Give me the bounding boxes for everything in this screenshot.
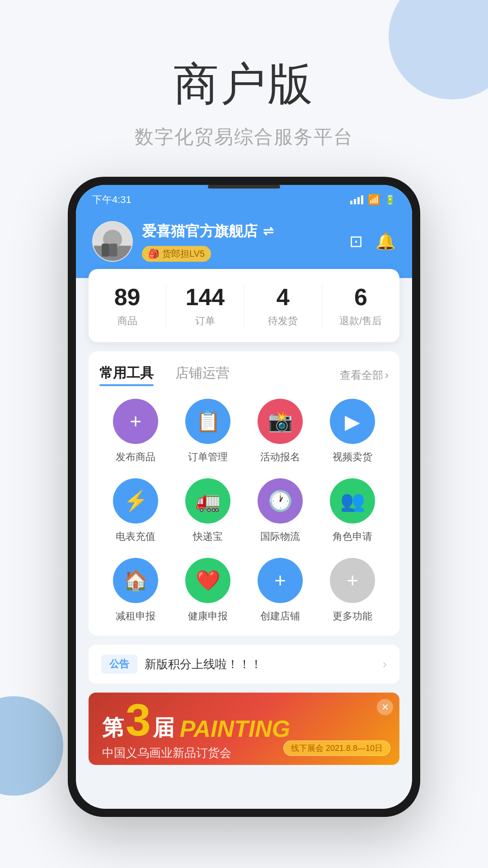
store-name: 爱喜猫官方旗舰店 ⇌ <box>142 222 273 241</box>
store-text: 爱喜猫官方旗舰店 ⇌ 🎒 货郎担LV5 <box>142 222 273 262</box>
badge-icon: 🎒 <box>148 248 160 259</box>
banner-prefix: 第 <box>102 713 124 742</box>
announcement-arrow: › <box>383 657 387 671</box>
banner-close-button[interactable]: ✕ <box>377 699 393 715</box>
promo-banner[interactable]: 第 3 届 PAINTING 中国义乌画业新品订货会 ✕ 线下展会 2021.8… <box>89 693 399 765</box>
tool-label-0: 发布商品 <box>116 450 155 464</box>
bg-circle-bottom-left <box>0 696 63 796</box>
app-header: 爱喜猫官方旗舰店 ⇌ 🎒 货郎担LV5 ⊡ 🔔 <box>76 212 412 278</box>
phone-screen: 下午4:31 📶 🔋 <box>76 185 412 809</box>
tool-label-10: 创建店铺 <box>260 609 300 623</box>
stat-number-0: 89 <box>89 283 166 311</box>
tool-icon-0: + <box>113 399 158 444</box>
tool-icon-10: + <box>258 558 303 603</box>
page-subtitle: 数字化贸易综合服务平台 <box>0 124 488 150</box>
tool-label-6: 国际物流 <box>260 530 300 543</box>
scan-button[interactable]: ⊡ <box>349 232 363 251</box>
banner-painting: PAINTING <box>180 715 291 742</box>
announcement-bar[interactable]: 公告 新版积分上线啦！！！ › <box>89 645 399 684</box>
stat-number-3: 6 <box>322 283 399 311</box>
view-all-button[interactable]: 查看全部 › <box>340 368 389 382</box>
phone-notch <box>208 185 280 189</box>
tool-icon-9: ❤️ <box>185 558 230 603</box>
tool-icon-3: ▶ <box>330 399 375 444</box>
phone-frame: 下午4:31 📶 🔋 <box>68 177 420 817</box>
tool-item-0[interactable]: +发布商品 <box>99 399 172 464</box>
store-info: 爱喜猫官方旗舰店 ⇌ 🎒 货郎担LV5 <box>92 221 273 262</box>
tool-label-8: 减租申报 <box>116 609 155 623</box>
tool-label-3: 视频卖货 <box>333 450 372 464</box>
tool-label-9: 健康申报 <box>188 609 228 623</box>
signal-bars <box>350 195 363 204</box>
tool-item-1[interactable]: 📋订单管理 <box>172 399 244 464</box>
status-time: 下午4:31 <box>92 193 131 207</box>
chevron-right-icon: › <box>385 369 389 382</box>
tool-label-11: 更多功能 <box>333 609 372 623</box>
tool-item-8[interactable]: 🏠减租申报 <box>99 558 172 623</box>
tool-item-9[interactable]: ❤️健康申报 <box>172 558 244 623</box>
stat-item-2[interactable]: 4 待发货 <box>244 283 322 328</box>
tools-grid: +发布商品📋订单管理📸活动报名▶视频卖货⚡电表充值🚛快递宝🕐国际物流👥角色申请🏠… <box>99 399 389 623</box>
tab-store-ops[interactable]: 店铺运营 <box>175 364 230 386</box>
banner-event-info: 线下展会 2021.8.8—10日 <box>283 741 390 756</box>
tool-icon-5: 🚛 <box>185 478 230 524</box>
stat-item-1[interactable]: 144 订单 <box>166 283 244 328</box>
tool-label-7: 角色申请 <box>333 530 372 543</box>
banner-suffix: 届 <box>153 713 174 742</box>
announcement-text: 新版积分上线啦！！！ <box>145 656 375 672</box>
announcement-tag: 公告 <box>101 655 137 674</box>
tool-icon-4: ⚡ <box>113 478 158 524</box>
stat-label-2: 待发货 <box>244 314 322 328</box>
status-bar: 下午4:31 📶 🔋 <box>76 185 412 212</box>
header-actions: ⊡ 🔔 <box>349 232 396 251</box>
tools-tabs: 常用工具 店铺运营 查看全部 › <box>99 364 389 386</box>
bell-button[interactable]: 🔔 <box>375 232 396 251</box>
stat-item-0[interactable]: 89 商品 <box>89 283 166 328</box>
store-badge: 🎒 货郎担LV5 <box>142 246 211 262</box>
tool-item-5[interactable]: 🚛快递宝 <box>172 478 244 543</box>
tool-item-4[interactable]: ⚡电表充值 <box>99 478 172 543</box>
banner-subtitle: 中国义乌画业新品订货会 <box>102 745 231 761</box>
switch-icon[interactable]: ⇌ <box>263 224 273 239</box>
stat-label-3: 退款/售后 <box>322 314 399 328</box>
battery-icon: 🔋 <box>385 194 396 205</box>
tool-label-5: 快递宝 <box>193 530 223 543</box>
tool-item-6[interactable]: 🕐国际物流 <box>244 478 316 543</box>
svg-rect-3 <box>102 244 109 257</box>
status-icons: 📶 🔋 <box>350 194 396 206</box>
stat-label-1: 订单 <box>166 314 244 328</box>
tool-label-4: 电表充值 <box>116 530 155 543</box>
tool-icon-6: 🕐 <box>258 478 303 524</box>
stat-item-3[interactable]: 6 退款/售后 <box>322 283 399 328</box>
tool-icon-8: 🏠 <box>113 558 158 603</box>
tool-item-3[interactable]: ▶视频卖货 <box>316 399 389 464</box>
tab-common-tools[interactable]: 常用工具 <box>99 364 154 386</box>
tool-icon-7: 👥 <box>330 478 375 524</box>
store-avatar <box>92 221 133 262</box>
tool-icon-2: 📸 <box>258 399 303 444</box>
tools-section: 常用工具 店铺运营 查看全部 › +发布商品📋订单管理📸活动报名▶视频卖货⚡电表… <box>89 351 399 636</box>
stat-number-1: 144 <box>166 283 244 311</box>
tool-icon-1: 📋 <box>185 399 230 444</box>
svg-rect-4 <box>109 244 117 257</box>
tool-label-1: 订单管理 <box>188 450 228 464</box>
tool-item-2[interactable]: 📸活动报名 <box>244 399 316 464</box>
tool-icon-11: + <box>330 558 375 603</box>
tool-item-7[interactable]: 👥角色申请 <box>316 478 389 543</box>
tool-label-2: 活动报名 <box>260 450 300 464</box>
banner-number: 3 <box>126 697 151 742</box>
stat-number-2: 4 <box>244 283 322 311</box>
tool-item-11[interactable]: +更多功能 <box>316 558 389 623</box>
stats-card: 89 商品 144 订单 4 待发货 6 退款/售后 <box>89 269 399 342</box>
wifi-icon: 📶 <box>368 194 380 206</box>
stat-label-0: 商品 <box>89 314 166 328</box>
tool-item-10[interactable]: +创建店铺 <box>244 558 316 623</box>
